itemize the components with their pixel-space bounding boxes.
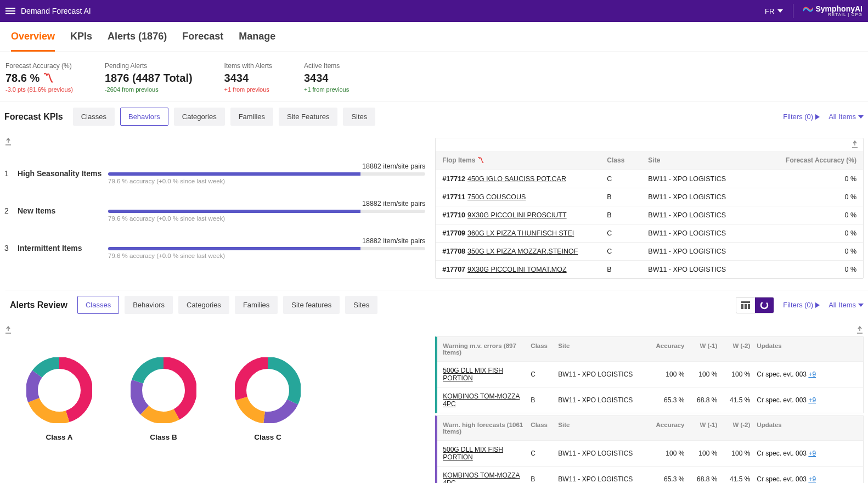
flop-table-row[interactable]: #17712450G IGLO SAUCISS POT.CAR C BW11 -…	[436, 170, 863, 188]
item-link[interactable]: 9X30G PICCOLINI TOMAT.MOZ	[467, 266, 567, 273]
chip-behaviors[interactable]: Behaviors	[120, 108, 168, 126]
item-site: BW11 - XPO LOGISTICS	[648, 211, 785, 219]
chip-sites[interactable]: Sites	[345, 296, 377, 314]
alert-w2: 41.5 %	[717, 475, 750, 483]
chip-site-features[interactable]: Site features	[283, 296, 340, 314]
flop-table-row[interactable]: #177109X30G PICCOLINI PROSCIUTT B BW11 -…	[436, 206, 863, 224]
chip-categories[interactable]: Categories	[178, 296, 229, 314]
alert-group: Warn. high forecasts (1061 Items) Class …	[435, 415, 864, 483]
tab-kpis[interactable]: KPIs	[70, 31, 92, 52]
alert-more-link[interactable]: +9	[808, 396, 816, 404]
alerts-chip-row: ClassesBehaviorsCategoriesFamiliesSite f…	[77, 296, 377, 314]
alert-table-row[interactable]: 500G DLL MIX FISH PORTION C BW11 - XPO L…	[437, 361, 863, 387]
alert-site: BW11 - XPO LOGISTICS	[558, 475, 651, 483]
export-icon[interactable]	[436, 138, 863, 150]
top-bar: Demand Forecast AI FR SymphonyAI RETAIL …	[0, 0, 868, 22]
donut-chart: Class B	[131, 357, 196, 441]
alerts-filters-button[interactable]: Filters (0)	[783, 301, 820, 309]
item-accuracy: 0 %	[785, 193, 856, 201]
flop-table-row[interactable]: #177079X30G PICCOLINI TOMAT.MOZ B BW11 -…	[436, 260, 863, 278]
alert-item-link[interactable]: 500G DLL MIX FISH PORTION	[443, 446, 503, 461]
tab-manage[interactable]: Manage	[239, 31, 275, 52]
item-link[interactable]: 9X30G PICCOLINI PROSCIUTT	[467, 211, 567, 219]
alert-accuracy: 100 %	[651, 450, 684, 457]
alert-class: B	[531, 475, 558, 483]
item-accuracy: 0 %	[785, 248, 856, 255]
alert-item-link[interactable]: KOMBINOS TOM-MOZZA 4PC	[443, 392, 520, 408]
metric-label: Active Items	[304, 62, 349, 70]
item-id: #17709	[442, 229, 465, 237]
flop-table-row[interactable]: #17708350G LX PIZZA MOZZAR.STEINOF C BW1…	[436, 242, 863, 260]
item-link[interactable]: 350G LX PIZZA MOZZAR.STEINOF	[467, 248, 578, 255]
alert-w1: 100 %	[684, 450, 717, 457]
trend-down-icon: 〽	[43, 72, 54, 85]
chip-sites[interactable]: Sites	[343, 108, 375, 126]
kpi-allitems-button[interactable]: All Items	[828, 113, 864, 121]
alert-group-header: Warn. high forecasts (1061 Items) Class …	[437, 416, 863, 440]
tab-alerts[interactable]: Alerts (1876)	[108, 31, 167, 52]
item-link[interactable]: 750G COUSCOUS	[467, 193, 526, 201]
kpi-body: 1 High Seasonality Items 18882 item/site…	[0, 132, 868, 290]
chip-behaviors[interactable]: Behaviors	[125, 296, 173, 314]
kpi-accuracy-text: 79.6 % accuracy (+0.0 % since last week)	[108, 252, 425, 259]
chevron-right-icon	[815, 302, 820, 308]
alert-table-row[interactable]: KOMBINOS TOM-MOZZA 4PC B BW11 - XPO LOGI…	[437, 466, 863, 483]
chart-view-button[interactable]	[755, 297, 774, 313]
kpi-pairs-count: 18882 item/site pairs	[108, 162, 425, 170]
metric-sub: +1 from previous	[304, 86, 349, 93]
item-class: B	[607, 266, 648, 273]
flop-table-row[interactable]: #17709360G LX PIZZA THUNFISCH STEI C BW1…	[436, 224, 863, 242]
chip-families[interactable]: Families	[235, 296, 278, 314]
table-view-button[interactable]	[736, 297, 755, 313]
item-accuracy: 0 %	[785, 211, 856, 219]
alert-updates: Cr spec. evt. 003 +9	[750, 396, 858, 404]
item-id: #17711	[442, 193, 465, 201]
alert-updates: Cr spec. evt. 003 +9	[750, 370, 858, 378]
kpi-accuracy-text: 79.6 % accuracy (+0.0 % since last week)	[108, 215, 425, 222]
tab-overview[interactable]: Overview	[11, 31, 55, 52]
export-icon[interactable]	[4, 326, 12, 334]
alert-w2: 100 %	[717, 450, 750, 457]
export-icon[interactable]	[4, 138, 12, 145]
chip-site-features[interactable]: Site Features	[279, 108, 337, 126]
chip-classes[interactable]: Classes	[77, 296, 119, 314]
svg-rect-0	[741, 301, 750, 303]
language-selector[interactable]: FR	[765, 7, 783, 15]
metric-value: 78.6 % 〽	[5, 72, 73, 85]
kpi-name: High Seasonality Items	[18, 169, 108, 178]
alert-w1: 100 %	[684, 370, 717, 378]
alert-site: BW11 - XPO LOGISTICS	[558, 370, 651, 378]
alert-w2: 100 %	[717, 370, 750, 378]
menu-icon[interactable]	[5, 8, 15, 14]
metric-value: 3434	[224, 72, 272, 85]
item-link[interactable]: 450G IGLO SAUCISS POT.CAR	[467, 175, 566, 183]
alert-item-link[interactable]: KOMBINOS TOM-MOZZA 4PC	[443, 471, 520, 483]
item-accuracy: 0 %	[785, 266, 856, 273]
chip-categories[interactable]: Categories	[174, 108, 225, 126]
chip-families[interactable]: Families	[230, 108, 273, 126]
alert-table-row[interactable]: 500G DLL MIX FISH PORTION C BW11 - XPO L…	[437, 440, 863, 466]
item-id: #17712	[442, 175, 465, 183]
tab-forecast[interactable]: Forecast	[182, 31, 223, 52]
flop-table-row[interactable]: #17711750G COUSCOUS B BW11 - XPO LOGISTI…	[436, 188, 863, 206]
language-label: FR	[765, 7, 774, 15]
metric-label: Items with Alerts	[224, 62, 272, 70]
metric-card: Forecast Accuracy (%) 78.6 % 〽 -3.0 pts …	[5, 62, 73, 93]
metric-sub: -3.0 pts (81.6% previous)	[5, 86, 73, 93]
item-site: BW11 - XPO LOGISTICS	[648, 193, 785, 201]
kpi-index: 3	[4, 244, 18, 252]
divider	[793, 4, 793, 18]
export-icon[interactable]	[435, 326, 864, 335]
alert-more-link[interactable]: +9	[808, 475, 816, 483]
alert-table-row[interactable]: KOMBINOS TOM-MOZZA 4PC B BW11 - XPO LOGI…	[437, 387, 863, 413]
logo-wave-icon	[803, 5, 813, 12]
metric-card: Items with Alerts 3434 +1 from previous	[224, 62, 272, 93]
item-link[interactable]: 360G LX PIZZA THUNFISCH STEI	[467, 229, 574, 237]
alert-more-link[interactable]: +9	[808, 450, 816, 457]
main-tabs: OverviewKPIsAlerts (1876)ForecastManage	[0, 22, 868, 52]
alert-more-link[interactable]: +9	[808, 370, 816, 378]
chip-classes[interactable]: Classes	[73, 108, 115, 126]
alerts-allitems-button[interactable]: All Items	[828, 301, 864, 309]
alert-item-link[interactable]: 500G DLL MIX FISH PORTION	[443, 367, 503, 382]
kpi-filters-button[interactable]: Filters (0)	[783, 113, 820, 121]
